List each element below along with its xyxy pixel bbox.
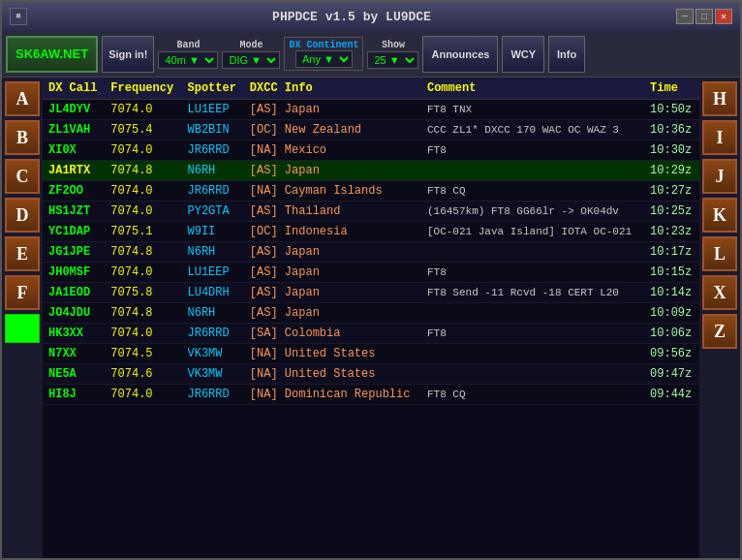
- cell-dxcc: [NA] Cayman Islands: [244, 181, 421, 202]
- main-window: ■ PHPDCE v1.5 by LU9DCE ─ □ ✕ SK6AW.NET …: [0, 0, 742, 560]
- cell-time: 10:09z: [644, 303, 699, 324]
- cell-freq: 7075.1: [105, 222, 181, 242]
- cell-comment: FT8 CQ: [421, 181, 644, 202]
- sidebar-btn-k[interactable]: K: [702, 198, 737, 233]
- cell-dxcc: [NA] United States: [244, 344, 421, 364]
- cell-freq: 7074.0: [105, 181, 181, 202]
- show-select[interactable]: 25 ▼ 50 100: [367, 51, 418, 69]
- table-row[interactable]: JL4DYV 7074.0 LU1EEP [AS] Japan FT8 TNX …: [43, 100, 699, 120]
- cell-freq: 7075.4: [105, 120, 181, 140]
- cell-spotter: VK3MW: [182, 364, 244, 385]
- minimize-button[interactable]: ─: [676, 9, 694, 24]
- cell-time: 10:14z: [644, 283, 699, 303]
- sidebar-btn-e[interactable]: E: [5, 236, 40, 271]
- dx-continent-group: DX Continent Any ▼ AS EU NA SA OC AF: [284, 37, 363, 71]
- cell-freq: 7074.8: [105, 303, 181, 324]
- cell-dxcc: [OC] New Zealand: [244, 120, 421, 140]
- table-row[interactable]: HK3XX 7074.0 JR6RRD [SA] Colombia FT8 10…: [43, 324, 699, 344]
- sidebar-btn-b[interactable]: B: [5, 120, 40, 155]
- table-row[interactable]: ZF2OO 7074.0 JR6RRD [NA] Cayman Islands …: [43, 181, 699, 202]
- table-row[interactable]: HS1JZT 7074.0 PY2GTA [AS] Thailand (1645…: [43, 202, 699, 222]
- cell-comment: (16457km) FT8 GG66lr -> OK04dv: [421, 202, 644, 222]
- cell-freq: 7074.8: [105, 242, 181, 263]
- cell-spotter: JR6RRD: [182, 181, 244, 202]
- cell-dxcc: [SA] Colombia: [244, 324, 421, 344]
- right-sidebar: H I J K L X Z: [699, 78, 740, 558]
- sign-in-button[interactable]: Sign in!: [102, 36, 154, 73]
- cell-spotter: N6RH: [182, 161, 244, 181]
- sidebar-btn-j[interactable]: J: [702, 159, 737, 194]
- dx-table-container[interactable]: DX Call Frequency Spotter DXCC Info Comm…: [43, 78, 699, 558]
- cell-dxcc: [AS] Japan: [244, 283, 421, 303]
- cell-spotter: LU1EEP: [182, 100, 244, 120]
- table-row[interactable]: NE5A 7074.6 VK3MW [NA] United States 09:…: [43, 364, 699, 385]
- sidebar-btn-l[interactable]: L: [702, 236, 737, 271]
- cell-time: 10:27z: [644, 181, 699, 202]
- dx-continent-label: DX Continent: [289, 40, 358, 50]
- cell-dxcall: ZF2OO: [43, 181, 105, 202]
- show-control: Show 25 ▼ 50 100: [367, 40, 418, 69]
- cell-comment: FT8: [421, 263, 644, 283]
- cell-time: 10:06z: [644, 324, 699, 344]
- table-row[interactable]: XI0X 7074.0 JR6RRD [NA] Mexico FT8 10:30…: [43, 140, 699, 161]
- table-row[interactable]: N7XX 7074.5 VK3MW [NA] United States 09:…: [43, 344, 699, 364]
- table-row[interactable]: ZL1VAH 7075.4 WB2BIN [OC] New Zealand CC…: [43, 120, 699, 140]
- cell-time: 10:50z: [644, 100, 699, 120]
- cell-freq: 7074.5: [105, 344, 181, 364]
- sidebar-btn-d[interactable]: D: [5, 198, 40, 233]
- cell-freq: 7074.0: [105, 202, 181, 222]
- header-spotter: Spotter: [182, 78, 244, 100]
- callsign-button[interactable]: SK6AW.NET: [6, 36, 98, 73]
- cell-dxcall: JH0MSF: [43, 263, 105, 283]
- table-row[interactable]: JA1EOD 7075.8 LU4DRH [AS] Japan FT8 Send…: [43, 283, 699, 303]
- sidebar-btn-z[interactable]: Z: [702, 314, 737, 349]
- close-button[interactable]: ✕: [715, 9, 732, 24]
- mode-label: Mode: [239, 40, 263, 50]
- header-comment: Comment: [421, 78, 644, 100]
- wcy-button[interactable]: WCY: [502, 36, 544, 73]
- maximize-button[interactable]: □: [696, 9, 713, 24]
- cell-spotter: JR6RRD: [182, 140, 244, 161]
- cell-dxcc: [AS] Japan: [244, 263, 421, 283]
- cell-time: 10:17z: [644, 242, 699, 263]
- cell-dxcc: [AS] Japan: [244, 242, 421, 263]
- cell-comment: FT8 TNX: [421, 100, 644, 120]
- cell-freq: 7074.0: [105, 324, 181, 344]
- band-select[interactable]: 40m ▼ 20m 80m: [158, 51, 218, 69]
- cell-freq: 7074.6: [105, 364, 181, 385]
- cell-dxcc: [NA] United States: [244, 364, 421, 385]
- table-row[interactable]: JG1JPE 7074.8 N6RH [AS] Japan 10:17z: [43, 242, 699, 263]
- cell-spotter: N6RH: [182, 242, 244, 263]
- announces-button[interactable]: Announces: [422, 36, 498, 73]
- mode-control: Mode DIG ▼ CW SSB: [222, 40, 280, 69]
- cell-time: 10:25z: [644, 202, 699, 222]
- cell-freq: 7074.0: [105, 385, 181, 405]
- cell-comment: [421, 364, 644, 385]
- sidebar-btn-f[interactable]: F: [5, 275, 40, 310]
- sidebar-btn-x[interactable]: X: [702, 275, 737, 310]
- sidebar-btn-c[interactable]: C: [5, 159, 40, 194]
- cell-dxcall: ZL1VAH: [43, 120, 105, 140]
- table-row[interactable]: JA1RTX 7074.8 N6RH [AS] Japan 10:29z: [43, 161, 699, 181]
- info-button[interactable]: Info: [548, 36, 585, 73]
- cell-freq: 7074.8: [105, 161, 181, 181]
- sidebar-btn-i[interactable]: I: [702, 120, 737, 155]
- sidebar-btn-h[interactable]: H: [702, 81, 737, 116]
- cell-dxcc: [AS] Thailand: [244, 202, 421, 222]
- cell-time: 10:29z: [644, 161, 699, 181]
- header-time: Time: [644, 78, 699, 100]
- cell-dxcc: [NA] Dominican Republic: [244, 385, 421, 405]
- dx-continent-select[interactable]: Any ▼ AS EU NA SA OC AF: [295, 50, 353, 68]
- cell-spotter: JR6RRD: [182, 324, 244, 344]
- mode-select[interactable]: DIG ▼ CW SSB: [222, 51, 280, 69]
- table-row[interactable]: JO4JDU 7074.8 N6RH [AS] Japan 10:09z: [43, 303, 699, 324]
- cell-dxcall: XI0X: [43, 140, 105, 161]
- header-dxcc-info: DXCC Info: [244, 78, 421, 100]
- cell-comment: [421, 242, 644, 263]
- cell-comment: FT8: [421, 324, 644, 344]
- cell-freq: 7075.8: [105, 283, 181, 303]
- sidebar-btn-a[interactable]: A: [5, 81, 40, 116]
- table-row[interactable]: JH0MSF 7074.0 LU1EEP [AS] Japan FT8 10:1…: [43, 263, 699, 283]
- table-row[interactable]: HI8J 7074.0 JR6RRD [NA] Dominican Republ…: [43, 385, 699, 405]
- table-row[interactable]: YC1DAP 7075.1 W9II [OC] Indonesia [OC-02…: [43, 222, 699, 242]
